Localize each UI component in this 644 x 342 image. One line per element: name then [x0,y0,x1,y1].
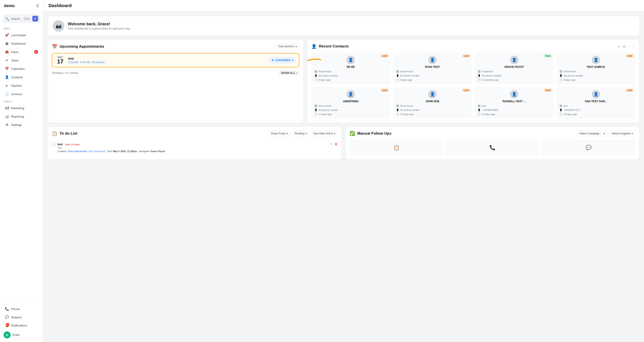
clock-icon: 🕐 [559,113,562,116]
appointment-item[interactable]: WED 17 test 8:10 AM - 8:40 AM, 30 minute… [52,53,299,67]
contact-value: Cissy Hutchcraft [67,150,86,152]
contact-time-row: 🕐 13 days ago [396,113,469,116]
sidebar-item-label: Marketing [11,106,24,110]
contact-avatar: 👤 [428,90,437,98]
next-arrow[interactable]: › [632,44,635,49]
todo-title-row: test Late 14 days [58,142,328,146]
appointment-title: test [68,57,266,60]
clock-icon: 🕐 [396,78,399,81]
sidebar-item-support[interactable]: 💬 Support [1,313,42,321]
followup-chat-button[interactable]: 💬 [542,140,635,155]
show-all-button[interactable]: SHOW ALL › [279,71,299,75]
sidebar-item-notifications[interactable]: 🔔 5 Notifications [1,321,42,329]
followups-header: ✅ Manual Follow Ups Select Campaign ... … [350,131,635,136]
sidebar-item-calendars[interactable]: 📅 Calendars [1,65,42,73]
sidebar-item-dashboard[interactable]: ▦ Dashboard [1,40,42,48]
contact-card[interactable]: Lead 👤 RE RE 🏢 None found 📱 No phone num… [311,53,390,84]
delete-todo-button[interactable]: 🗑 [334,142,338,146]
sidebar-item-invoices[interactable]: 🧾 Invoices [1,90,42,98]
tasks-icon: ✔ [5,58,9,62]
building-icon: 🏢 [559,70,562,73]
followups-filters: Select Campaign ... ▾ Select Assignee ▾ [577,131,635,136]
building-icon: 🏢 [396,104,399,107]
welcome-banner: 📷 Welcome back, Grace! Your dashboard is… [48,16,640,36]
contact-time-row: 🕐 12 days ago [314,113,387,116]
sidebar-item-contacts[interactable]: 👤 Contacts [1,73,42,81]
appointment-status[interactable]: ✚ CONFIRMED ▾ [269,57,296,63]
todo-filter-assignee[interactable]: Grace Puyot ▾ [268,131,291,136]
todo-checkbox[interactable] [52,143,56,146]
contact-time-row: 🕐 13 minutes ago [478,78,550,81]
appointments-title: Upcoming Appointments [60,44,104,49]
contact-phone-row: 📱 No phone number [314,74,387,77]
search-icon: 🔍 [5,17,9,21]
followups-filter-assignee[interactable]: Select Assignee ▾ [609,131,635,136]
followup-phone-button[interactable]: 📞 [446,140,539,155]
contact-company: None found [400,70,413,73]
prev-arrow[interactable]: ‹ [628,44,631,49]
grid-view-icon[interactable]: ⊞ [622,44,626,49]
check-circle-icon: ✚ [272,59,274,62]
sidebar-item-settings[interactable]: ⚙ Settings [1,121,42,129]
contact-card[interactable]: Lead 👤 RYAN TEST 🏢 None found 📱 No phone… [393,53,472,84]
sidebar-item-tasks[interactable]: ✔ Tasks [1,56,42,64]
followups-filter-campaign[interactable]: Select Campaign ... ▾ [577,131,608,136]
contact-card[interactable]: Lead 👤 RUSSELL-TEST ... 🏢 test 📱 +191885… [474,87,554,119]
filter-label: THIS MONTH [278,45,294,48]
edit-todo-button[interactable]: ✏ [330,142,333,146]
inbox-badge: 1 [34,50,38,54]
sidebar-item-label: Contacts [11,76,23,79]
sidebar-item-reporting[interactable]: 📊 Reporting [1,112,42,120]
contact-card[interactable]: Lead 👤 ANA-TEST GAR... 🏢 test 📱 +1918497… [556,87,635,119]
phone-small-icon: 📱 [478,108,481,111]
todo-filter-due[interactable]: Due Date (ASC) ▾ [311,131,338,136]
content-area: 📷 Welcome back, Grace! Your dashboard is… [43,12,644,342]
sidebar-item-phone[interactable]: 📞 Phone [1,305,42,313]
phone-small-icon: 📱 [314,108,318,111]
dashboard-icon: ▦ [5,42,9,46]
welcome-text: Welcome back, Grace! Your dashboard is a… [68,22,130,30]
sidebar-item-label: Pipeline [11,84,22,87]
contact-company: test [482,104,486,107]
sidebar-item-inbox[interactable]: 📥 Inbox 1 [1,48,42,56]
contact-company-row: 🏢 None found [559,70,632,73]
sidebar-item-launchpad[interactable]: 🚀 Launchpad [1,31,42,39]
contact-card[interactable]: Lead 👤 TEST SAMPLE 🏢 None found 📱 No pho… [556,53,635,84]
sidebar: demo ☰ 🔍 Search ctrl K ⚡ Apps 🚀 Launchpa… [0,0,43,342]
welcome-title: Welcome back, Grace! [68,22,130,26]
search-bar[interactable]: 🔍 Search ctrl K ⚡ [3,14,40,23]
contact-badge: Lead [626,89,634,92]
contact-avatar: 👤 [346,56,355,64]
contact-phone-row: 📱 +19188524855 [478,108,550,111]
contact-time-row: 🕐 14 days ago [478,113,550,116]
calendar-icon: 📅 [52,44,58,49]
search-shortcut: ctrl K [23,17,30,20]
contact-name: GRACE PUYOT [504,65,524,69]
sidebar-item-label: Invoices [11,92,22,96]
chevron-down-icon: ▾ [306,132,307,135]
user-avatar-area[interactable]: G Grace [0,329,43,340]
menu-icon[interactable]: ☰ [36,4,39,8]
reporting-icon: 📊 [5,114,9,118]
recent-contacts-card: 👤 Recent Contacts ≡ ⊞ ‹ › Lead 👤 [307,40,640,123]
appointments-filter[interactable]: THIS MONTH ▾ [275,44,299,50]
followups-icon: ✅ [350,131,355,136]
sidebar-item-label: Inbox [11,50,18,54]
phone-small-icon: 📱 [314,74,318,77]
todo-filter-status[interactable]: Pending ▾ [292,131,309,136]
followup-task-button[interactable]: 📋 [350,140,443,155]
avatar-label: Grace [12,333,20,336]
sidebar-item-marketing[interactable]: 📢 Marketing [1,104,42,112]
contact-phone-row: 📱 +19184977271 [559,108,632,111]
contact-card[interactable]: Lead 👤 JOHN DOE 🏢 None found 📱 No phone … [393,87,472,119]
chat-bubble-icon: 💬 [586,145,592,151]
contact-card[interactable]: Lead 👤 UNDEFINED 🏢 None found 📱 No phone… [311,87,390,119]
contact-badge: Lead [462,54,470,57]
sidebar-item-label: Phone [11,307,20,311]
list-view-icon[interactable]: ≡ [618,44,621,49]
search-nav-button[interactable]: ⚡ [32,16,38,22]
contact-card[interactable]: Team 👤 GRACE PUYOT 🏢 Facebook 📱 No phone… [474,53,554,84]
clock-icon: 🕐 [314,78,318,81]
sidebar-item-pipeline[interactable]: ⫸ Pipeline [1,82,42,90]
sidebar-logo: demo ☰ [0,0,43,12]
